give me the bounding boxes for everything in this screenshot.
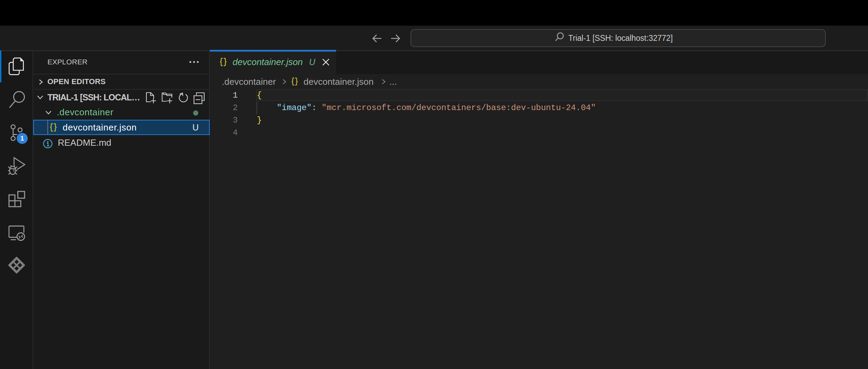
svg-text:1: 1 <box>20 135 24 142</box>
